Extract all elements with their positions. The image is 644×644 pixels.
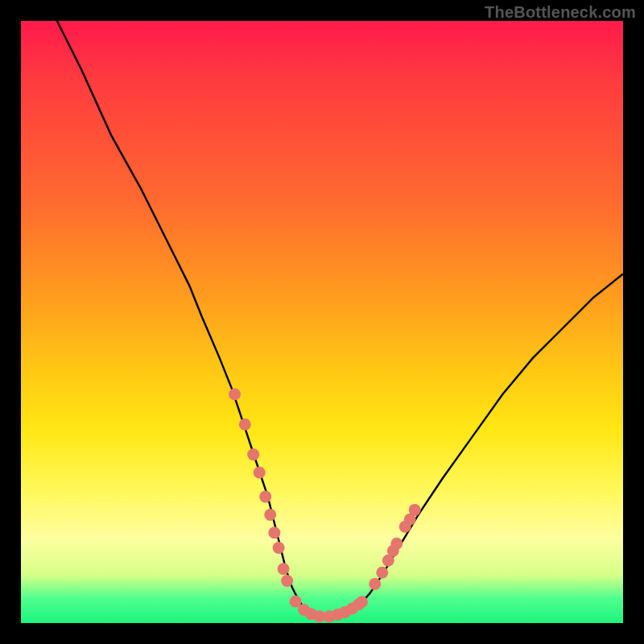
data-point (264, 509, 276, 521)
data-point (390, 538, 402, 550)
data-point (254, 467, 266, 479)
data-point (376, 567, 388, 579)
data-point (259, 490, 271, 502)
bottleneck-curve (57, 21, 623, 617)
data-point (273, 542, 285, 554)
data-point (278, 563, 290, 575)
watermark-text: TheBottleneck.com (485, 3, 636, 22)
data-point (247, 448, 259, 460)
highlighted-points (229, 388, 421, 622)
data-point (369, 578, 381, 590)
data-point (409, 504, 421, 516)
chart-frame: TheBottleneck.com (0, 0, 644, 644)
chart-svg (21, 21, 623, 623)
data-point (281, 575, 293, 587)
data-point (356, 596, 368, 608)
data-point (268, 526, 280, 539)
data-point (229, 388, 241, 400)
data-point (239, 419, 251, 431)
plot-area (21, 21, 623, 623)
